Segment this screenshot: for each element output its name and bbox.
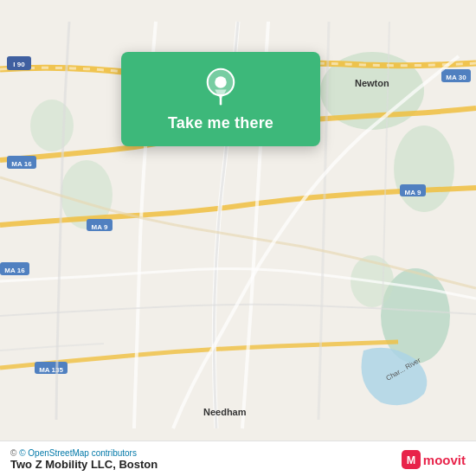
moovit-brand-icon: M <box>402 450 421 469</box>
location-card: Take me there <box>121 52 320 146</box>
svg-text:MA 9: MA 9 <box>92 223 108 231</box>
svg-text:MA 16: MA 16 <box>4 267 25 274</box>
moovit-logo: M moovit <box>402 450 466 469</box>
svg-point-1 <box>394 125 454 212</box>
osm-credit: © © OpenStreetMap contributors <box>10 448 158 458</box>
svg-text:I 90: I 90 <box>13 61 25 68</box>
bottom-bar: © © OpenStreetMap contributors Two Z Mob… <box>0 441 476 476</box>
location-pin-icon <box>202 68 240 106</box>
svg-text:Needham: Needham <box>203 407 247 417</box>
bottom-left-info: © © OpenStreetMap contributors Two Z Mob… <box>10 448 158 471</box>
take-me-there-button[interactable]: Take me there <box>168 114 273 132</box>
svg-text:MA 9: MA 9 <box>405 189 421 196</box>
svg-text:Newton: Newton <box>355 78 389 88</box>
moovit-label: moovit <box>423 453 466 467</box>
svg-text:MA 16: MA 16 <box>11 160 32 168</box>
svg-text:MA 30: MA 30 <box>446 74 466 81</box>
osm-link[interactable]: © OpenStreetMap contributors <box>19 448 137 458</box>
svg-point-4 <box>30 100 74 151</box>
svg-text:MA 135: MA 135 <box>39 366 63 374</box>
company-name: Two Z Mobility LLC, Boston <box>10 458 158 471</box>
map-container: Char... River I 90 MA 16 MA 16 MA 9 MA 9… <box>0 0 476 476</box>
svg-text:M: M <box>407 455 415 467</box>
svg-point-27 <box>215 76 227 88</box>
